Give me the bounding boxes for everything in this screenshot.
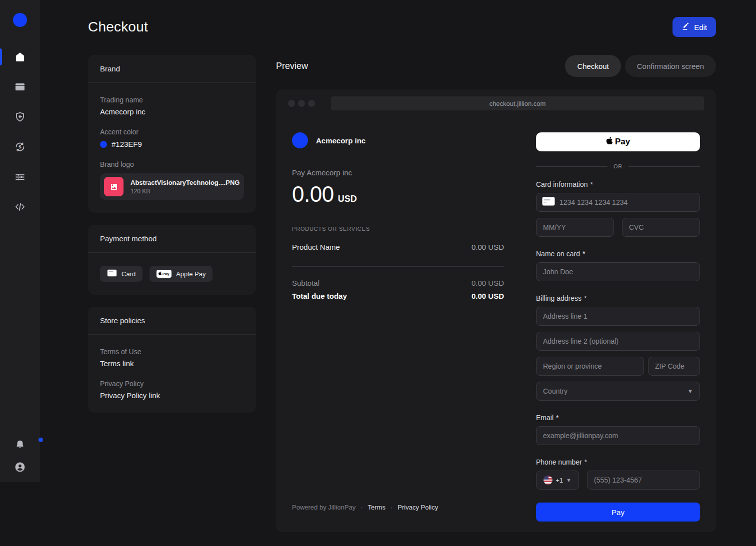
- address-line1-input[interactable]: [536, 307, 700, 326]
- us-flag-icon: [544, 476, 552, 485]
- chevron-down-icon: ▼: [566, 477, 572, 483]
- account-button[interactable]: [0, 461, 40, 473]
- app-logo[interactable]: [13, 13, 27, 27]
- trading-name-label: Trading name: [100, 96, 244, 104]
- terms-link[interactable]: Terms: [368, 504, 386, 511]
- sidebar-bottom: [0, 439, 40, 473]
- accent-color-value: #123EF9: [112, 140, 142, 148]
- app-root: $: [0, 0, 756, 546]
- terms-label: Terms of Use: [100, 348, 244, 356]
- accent-color-label: Accent color: [100, 128, 244, 136]
- sidebar-item-payments[interactable]: [0, 72, 40, 102]
- shield-icon: [14, 111, 26, 123]
- line-item-row: Product Name 0.00 USD: [292, 243, 504, 251]
- code-icon: [14, 201, 26, 213]
- browser-bar: checkout.jillion.com: [276, 89, 716, 110]
- preview-tabs: Checkout Confirmation screen: [565, 55, 716, 77]
- privacy-policy-link[interactable]: Privacy Policy: [398, 504, 438, 511]
- method-chip-card-label: Card: [122, 270, 136, 278]
- order-summary: Acmecorp inc Pay Acmecorp inc 0.00 USD P…: [292, 132, 504, 522]
- products-header: PRODUCTS OR SERVICES: [292, 226, 504, 232]
- apple-pay-button[interactable]: Pay: [536, 132, 700, 151]
- sliders-icon: [14, 171, 26, 183]
- billing-address-label: Billing address*: [536, 294, 700, 302]
- method-chip-applepay-label: Apple Pay: [176, 270, 206, 278]
- settings-column: Brand Trading name Acmecorp inc Accent c…: [88, 55, 256, 532]
- brand-card: Brand Trading name Acmecorp inc Accent c…: [88, 55, 256, 213]
- subtotal-value: 0.00 USD: [472, 279, 504, 287]
- sidebar: $: [0, 0, 40, 482]
- apple-pay-icon: Pay: [156, 270, 172, 278]
- image-file-icon: [104, 177, 124, 196]
- country-select-placeholder: Country: [543, 387, 568, 395]
- checkout-footer: Powered by JillionPay · Terms · Privacy …: [292, 504, 438, 511]
- line-item-name: Product Name: [292, 243, 340, 251]
- apple-logo-icon: [606, 136, 613, 147]
- trading-name-value: Acmecorp inc: [100, 107, 244, 116]
- edit-button[interactable]: Edit: [672, 17, 716, 37]
- brand-logo-filesize: 120 KB: [130, 188, 240, 195]
- address-line2-input[interactable]: [536, 332, 700, 351]
- powered-by-text: Powered by JillionPay: [292, 504, 356, 511]
- privacy-label: Privacy Policy: [100, 380, 244, 388]
- amount-value: 0.00: [292, 182, 334, 207]
- preview-column: Preview Checkout Confirmation screen che…: [276, 55, 716, 532]
- edit-button-label: Edit: [694, 23, 707, 31]
- svg-text:$: $: [18, 144, 22, 149]
- method-chip-applepay: Pay Apple Pay: [150, 266, 212, 282]
- required-mark: *: [590, 180, 593, 188]
- browser-url-bar: checkout.jillion.com: [331, 96, 704, 110]
- subtotal-row: Subtotal 0.00 USD: [292, 279, 504, 287]
- country-select[interactable]: Country ▼: [536, 382, 700, 401]
- sidebar-item-disputes[interactable]: [0, 102, 40, 132]
- brand-logo-file-chip[interactable]: AbstractVisionaryTechnolog....PNG 120 KB: [100, 173, 244, 200]
- name-on-card-label: Name on card*: [536, 250, 700, 258]
- accent-color-field: Accent color #123EF9: [100, 128, 244, 148]
- terms-value: Terms link: [100, 359, 244, 368]
- svg-text:Pay: Pay: [162, 272, 170, 276]
- pencil-icon: [682, 22, 690, 32]
- tab-confirmation-screen[interactable]: Confirmation screen: [625, 55, 716, 77]
- expiry-input[interactable]: [536, 218, 614, 237]
- email-input[interactable]: [536, 426, 700, 445]
- chevron-down-icon: ▼: [688, 388, 693, 394]
- brand-logo-label: Brand logo: [100, 160, 244, 168]
- sidebar-item-payouts[interactable]: $: [0, 132, 40, 162]
- payment-method-card: Payment method Card Pay: [88, 225, 256, 295]
- zip-input[interactable]: [648, 357, 700, 376]
- name-on-card-input[interactable]: [536, 262, 700, 281]
- preview-title: Preview: [276, 61, 308, 71]
- browser-traffic-dots: [288, 100, 315, 107]
- sidebar-item-developers[interactable]: [0, 192, 40, 222]
- phone-input[interactable]: [587, 471, 700, 490]
- region-input[interactable]: [536, 357, 644, 376]
- sidebar-item-settings[interactable]: [0, 162, 40, 192]
- email-label: Email*: [536, 414, 700, 422]
- privacy-field: Privacy Policy Privacy Policy link: [100, 380, 244, 400]
- card-icon: [542, 197, 555, 208]
- subtotal-label: Subtotal: [292, 279, 320, 287]
- total-value: 0.00 USD: [472, 292, 504, 300]
- method-chip-card: Card: [100, 266, 142, 282]
- home-icon: [14, 51, 26, 63]
- brand-logo-filename: AbstractVisionaryTechnolog....PNG: [130, 179, 240, 186]
- sidebar-nav: $: [0, 42, 40, 222]
- merchant-logo: [292, 132, 308, 148]
- pay-button[interactable]: Pay: [536, 503, 700, 522]
- store-policies-title: Store policies: [88, 307, 256, 335]
- pay-line: Pay Acmecorp inc: [292, 168, 504, 177]
- sidebar-item-home[interactable]: [0, 42, 40, 72]
- total-row: Total due today 0.00 USD: [292, 292, 504, 300]
- tab-checkout[interactable]: Checkout: [565, 55, 620, 77]
- terms-field: Terms of Use Terms link: [100, 348, 244, 368]
- or-divider: OR: [536, 163, 700, 169]
- trading-name-field: Trading name Acmecorp inc: [100, 96, 244, 116]
- card-number-input[interactable]: [536, 193, 700, 212]
- notifications-button[interactable]: [0, 439, 40, 450]
- store-policies-card: Store policies Terms of Use Terms link P…: [88, 307, 256, 413]
- cvc-input[interactable]: [622, 218, 700, 237]
- page-header: Checkout Edit: [88, 0, 716, 37]
- wallet-icon: [14, 81, 26, 93]
- dial-code-select[interactable]: +1 ▼: [536, 471, 579, 490]
- merchant-name: Acmecorp inc: [316, 136, 366, 145]
